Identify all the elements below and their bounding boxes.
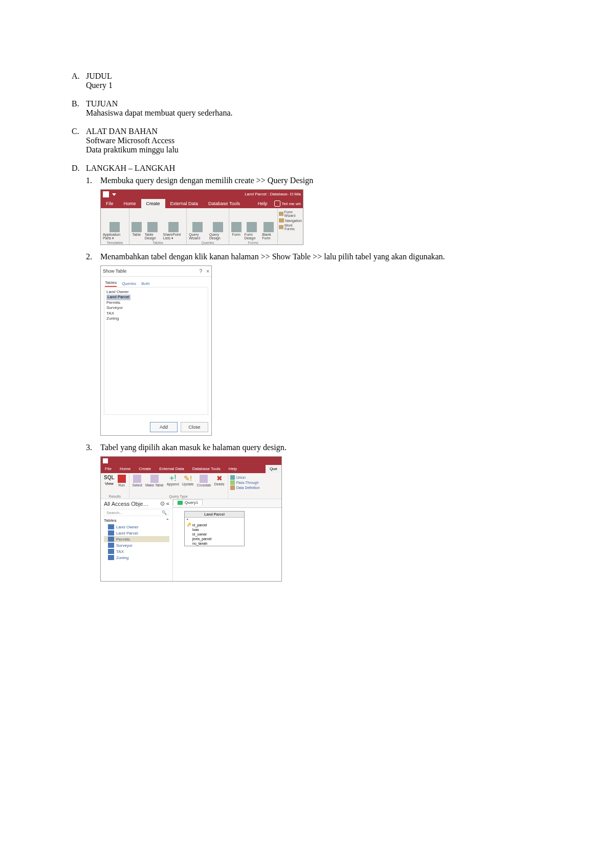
table-button[interactable]: Table <box>131 222 142 240</box>
query-wizard-icon <box>192 222 203 232</box>
table-design-icon <box>147 222 158 232</box>
update-icon: ✎! <box>184 475 192 482</box>
update-button[interactable]: ✎!Update <box>182 475 194 486</box>
list-item[interactable]: Land Owner <box>106 290 206 295</box>
data-definition-icon <box>230 485 235 490</box>
query-wizard-button[interactable]: Query Wizard <box>189 222 206 240</box>
qat-dropdown-icon[interactable] <box>112 193 116 196</box>
run-button[interactable]: Run <box>118 475 126 487</box>
crosstab-button[interactable]: Crosstab <box>196 475 211 487</box>
delete-button[interactable]: ✖Delete <box>214 475 224 486</box>
tab-database-tools[interactable]: Database Tools <box>188 465 225 473</box>
field-row[interactable]: 🔑id_parcel <box>185 522 244 527</box>
nav-item-zoning[interactable]: Zoning <box>104 554 169 561</box>
blank-form-button[interactable]: Blank Form <box>262 222 275 240</box>
list-item[interactable]: Permits <box>106 300 206 305</box>
section-title: TUJUAN <box>86 99 118 108</box>
form-button[interactable]: Form <box>231 222 242 240</box>
table-icon <box>131 222 142 232</box>
nav-item-surveyor[interactable]: Surveyor <box>104 542 169 548</box>
more-forms-button[interactable]: More Forms <box>279 224 302 231</box>
query-design-button[interactable]: Query Design <box>209 222 227 240</box>
pass-through-button[interactable]: Pass-Through <box>230 480 260 485</box>
application-parts-icon <box>109 222 120 232</box>
close-button[interactable]: Close <box>181 422 208 432</box>
table-design-button[interactable]: Table Design <box>145 222 160 240</box>
nav-item-permits[interactable]: Permits <box>104 536 169 542</box>
tab-create[interactable]: Create <box>135 465 155 473</box>
table-icon <box>108 543 114 548</box>
field-row[interactable]: id_owner <box>185 532 244 537</box>
tab-tables[interactable]: Tables <box>105 280 117 287</box>
field-row[interactable]: * <box>185 518 244 522</box>
tab-file[interactable]: File <box>101 465 116 473</box>
list-item[interactable]: Surveyor <box>106 305 206 310</box>
query-design-canvas[interactable]: Land Parcel * 🔑id_parcel luas id_owner j… <box>173 507 281 581</box>
form-wizard-icon <box>279 212 283 216</box>
document-tab-query1[interactable]: Query1 <box>173 499 203 505</box>
section-letter: A. <box>72 72 86 81</box>
sql-view-icon: SQL <box>104 475 115 480</box>
tab-help[interactable]: Help <box>253 199 273 208</box>
close-icon[interactable]: × <box>206 269 209 274</box>
form-design-button[interactable]: Form Design <box>245 222 259 240</box>
make-table-button[interactable]: Make Table <box>145 475 164 487</box>
table-icon <box>108 530 114 536</box>
navigation-pane[interactable]: All Access Obje… ⊙ « Search... 🔍 Tables⌃… <box>101 499 173 581</box>
tab-database-tools[interactable]: Database Tools <box>203 199 245 208</box>
list-item[interactable]: Zoning <box>106 316 206 321</box>
application-parts-button[interactable]: Application Parts ▾ <box>103 222 127 240</box>
data-definition-button[interactable]: Data Definition <box>230 485 260 490</box>
form-wizard-button[interactable]: Form Wizard <box>279 210 302 217</box>
field-row[interactable]: jenis_parcel <box>185 537 244 541</box>
tab-design[interactable]: Que <box>266 465 281 473</box>
tab-home[interactable]: Home <box>116 465 135 473</box>
star-icon: * <box>187 518 191 522</box>
section-letter: C. <box>72 127 86 136</box>
field-row[interactable]: luas <box>185 527 244 532</box>
save-icon[interactable] <box>103 191 109 197</box>
form-design-icon <box>247 222 257 232</box>
section-body: Query 1 <box>86 81 542 90</box>
tab-external-data[interactable]: External Data <box>155 465 188 473</box>
table-title: Land Parcel <box>185 511 244 518</box>
tab-both[interactable]: Both <box>141 281 149 287</box>
add-button[interactable]: Add <box>150 422 178 432</box>
chevron-up-icon: ⌃ <box>166 518 169 523</box>
table-list[interactable]: Land Owner Land Parcel Permits Surveyor … <box>104 287 208 415</box>
list-item[interactable]: TAX <box>106 311 206 316</box>
field-row[interactable]: no_tanah <box>185 541 244 546</box>
tab-external-data[interactable]: External Data <box>165 199 204 208</box>
nav-item-land-parcel[interactable]: Land Parcel <box>104 530 169 536</box>
tab-queries[interactable]: Queries <box>122 281 136 287</box>
save-icon[interactable] <box>103 458 108 463</box>
tab-help[interactable]: Help <box>225 465 241 473</box>
nav-collapse-icon[interactable]: ⊙ « <box>160 500 169 507</box>
nav-item-land-owner[interactable]: Land Owner <box>104 524 169 530</box>
union-button[interactable]: Union <box>230 475 260 480</box>
append-icon: +! <box>169 475 177 482</box>
blank-form-icon <box>264 222 274 232</box>
tab-file[interactable]: File <box>101 199 119 208</box>
view-button[interactable]: SQL View <box>104 475 115 486</box>
nav-header[interactable]: All Access Obje… <box>104 501 148 507</box>
append-button[interactable]: +!Append <box>167 475 179 486</box>
nav-group-header[interactable]: Tables⌃ <box>104 517 169 524</box>
table-icon <box>108 537 114 542</box>
tab-home[interactable]: Home <box>119 199 141 208</box>
navigation-button[interactable]: Navigation <box>279 218 302 222</box>
delete-icon: ✖ <box>216 475 223 482</box>
select-query-button[interactable]: Select <box>133 475 142 487</box>
table-land-parcel[interactable]: Land Parcel * 🔑id_parcel luas id_owner j… <box>184 511 245 546</box>
more-forms-icon <box>279 225 283 229</box>
nav-item-tax[interactable]: TAX <box>104 548 169 554</box>
section-letter: B. <box>72 99 86 108</box>
list-item[interactable]: Land Parcel <box>106 295 206 300</box>
pass-through-icon <box>230 480 235 485</box>
search-input[interactable]: Search... 🔍 <box>104 509 169 516</box>
sharepoint-lists-button[interactable]: SharePoint Lists ▾ <box>163 222 185 240</box>
tab-create[interactable]: Create <box>141 199 165 208</box>
help-icon[interactable]: ? <box>200 269 203 274</box>
section-body: Data praktikum minggu lalu <box>86 145 542 154</box>
tell-me-search[interactable]: Tell me wh <box>272 199 303 208</box>
